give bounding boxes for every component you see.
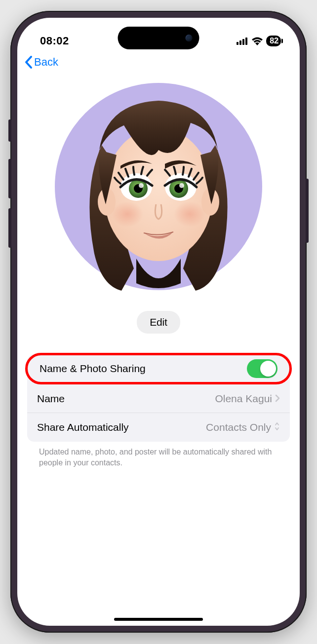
- cellular-signal-icon: [237, 38, 248, 45]
- profile-avatar[interactable]: [55, 83, 262, 290]
- toggle-switch[interactable]: [247, 359, 277, 378]
- up-down-chevron-icon: [274, 421, 280, 433]
- name-photo-sharing-row[interactable]: Name & Photo Sharing: [25, 353, 292, 384]
- svg-point-7: [112, 201, 143, 227]
- chevron-right-icon: [275, 393, 280, 405]
- side-button: [8, 208, 11, 248]
- memoji-avatar-icon: [67, 91, 250, 298]
- nav-bar: Back: [17, 52, 300, 74]
- svg-point-8: [174, 201, 205, 227]
- svg-point-16: [179, 183, 184, 188]
- settings-footer-text: Updated name, photo, and poster will be …: [27, 442, 290, 468]
- battery-icon: 82: [266, 36, 281, 46]
- side-button: [306, 179, 309, 243]
- row-label: Share Automatically: [37, 421, 129, 433]
- svg-rect-3: [245, 38, 247, 45]
- back-button[interactable]: Back: [34, 56, 58, 69]
- home-indicator[interactable]: [114, 618, 203, 621]
- wifi-icon: [251, 37, 263, 45]
- row-value: Contacts Only: [206, 421, 280, 433]
- dynamic-island: [118, 27, 199, 49]
- status-time: 08:02: [40, 35, 69, 47]
- row-value: Olena Kagui: [215, 393, 280, 405]
- svg-rect-2: [242, 39, 244, 45]
- edit-button[interactable]: Edit: [137, 311, 180, 334]
- row-label: Name & Photo Sharing: [40, 363, 146, 375]
- share-automatically-row[interactable]: Share Automatically Contacts Only: [27, 413, 290, 442]
- settings-group: Name & Photo Sharing Name Olena Kagui Sh…: [27, 354, 290, 442]
- back-chevron-icon[interactable]: [24, 55, 33, 69]
- content-area: Edit Name & Photo Sharing Name Olena Kag…: [17, 74, 300, 626]
- svg-rect-1: [239, 40, 241, 45]
- name-row[interactable]: Name Olena Kagui: [27, 384, 290, 413]
- row-label: Name: [37, 393, 65, 405]
- status-right: 82: [237, 36, 281, 46]
- phone-frame: 08:02: [10, 11, 307, 633]
- camera-icon: [186, 35, 193, 41]
- svg-point-12: [139, 183, 144, 188]
- screen: 08:02: [17, 18, 300, 626]
- svg-rect-0: [237, 42, 238, 45]
- side-button: [8, 159, 11, 198]
- side-button: [8, 119, 11, 142]
